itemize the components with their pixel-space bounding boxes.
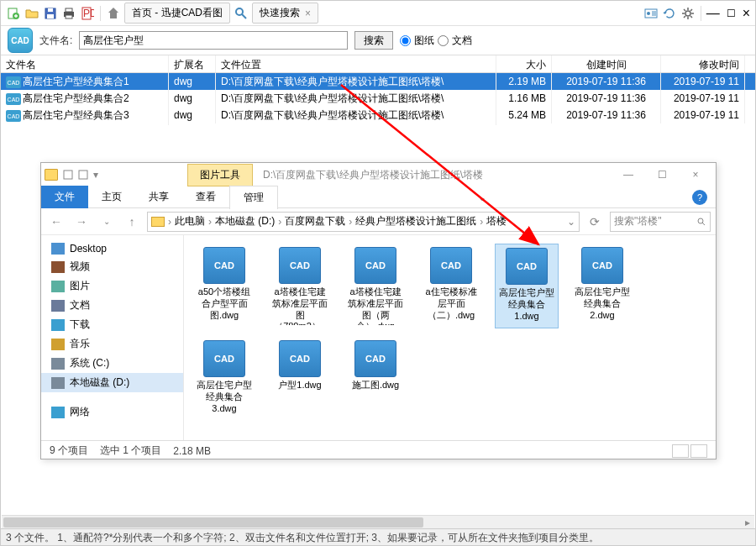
sidebar-item[interactable]: 图片 (41, 276, 183, 296)
crumb-item[interactable]: 本地磁盘 (D:) (215, 214, 275, 228)
crumb-dropdown-icon[interactable]: ⌄ (567, 216, 575, 228)
refresh-icon[interactable]: ⟳ (585, 212, 605, 232)
svg-rect-7 (66, 15, 72, 18)
open-folder-icon[interactable] (24, 6, 39, 21)
close-tab-icon[interactable]: × (305, 8, 311, 19)
sidebar-item[interactable]: 文档 (41, 296, 183, 315)
home-icon[interactable] (106, 6, 121, 21)
qat-icon[interactable] (63, 170, 73, 180)
crumb-item[interactable]: 此电脑 (175, 214, 205, 228)
filename-input[interactable] (79, 31, 348, 50)
file-item[interactable]: CADa50个塔楼组合户型平面图.dwg (192, 244, 256, 328)
sidebar-label: 音乐 (70, 337, 90, 351)
sidebar-item[interactable]: 网络 (41, 402, 183, 422)
title-path: D:\百度网盘下载\经典户型塔楼设计施工图纸\塔楼 (263, 168, 606, 182)
file-name: a50个塔楼组合户型平面图.dwg (196, 286, 253, 321)
minimize-icon[interactable]: — (706, 6, 720, 21)
help-icon[interactable]: ? (692, 190, 707, 205)
col-path[interactable]: 文件位置 (216, 55, 496, 72)
gear-icon[interactable] (680, 6, 696, 21)
sidebar-item[interactable]: 本地磁盘 (D:) (41, 373, 183, 392)
scroll-right-icon[interactable]: ▸ (741, 517, 754, 528)
cad-file-icon: CAD (279, 340, 321, 377)
ribbon-view[interactable]: 查看 (182, 186, 229, 208)
search-button[interactable]: 搜索 (354, 31, 393, 50)
crumb-item[interactable]: 百度网盘下载 (285, 214, 345, 228)
col-created[interactable]: 创建时间 (552, 55, 661, 72)
ribbon-file[interactable]: 文件 (41, 186, 88, 208)
explorer-titlebar[interactable]: ▾ 图片工具 D:\百度网盘下载\经典户型塔楼设计施工图纸\塔楼 — ☐ × (41, 163, 716, 186)
crumb-item[interactable]: 经典户型塔楼设计施工图纸 (355, 214, 476, 228)
cad-file-icon: CAD (203, 340, 245, 377)
refresh-icon[interactable] (662, 6, 677, 21)
search-tab[interactable]: 快速搜索× (252, 3, 318, 24)
qat-icon[interactable] (78, 170, 88, 180)
result-row[interactable]: CAD高层住宅户型经典集合2dwgD:\百度网盘下载\经典户型塔楼设计施工图纸\… (1, 90, 755, 107)
sidebar-icon (51, 243, 65, 255)
recent-dropdown-icon[interactable]: ⌄ (97, 212, 117, 232)
pdf-icon[interactable]: PDF (80, 6, 95, 21)
horizontal-scrollbar[interactable]: ▸ (2, 515, 754, 528)
file-item[interactable]: CAD高层住宅户型经典集合3.dwg (192, 337, 256, 417)
radio-drawing[interactable] (400, 35, 411, 46)
file-item[interactable]: CAD高层住宅户型经典集合1.dwg (495, 244, 559, 328)
file-item[interactable]: CAD户型1.dwg (268, 337, 332, 417)
sidebar-icon (51, 358, 65, 370)
sidebar-item[interactable]: Desktop (41, 240, 183, 257)
home-tab[interactable]: 首页 - 迅捷CAD看图 (124, 3, 230, 24)
maximize-icon[interactable]: ☐ (727, 8, 736, 19)
sidebar-item[interactable]: 系统 (C:) (41, 354, 183, 373)
ribbon-home[interactable]: 主页 (88, 186, 135, 208)
breadcrumb[interactable]: › 此电脑› 本地磁盘 (D:)› 百度网盘下载› 经典户型塔楼设计施工图纸› … (147, 212, 580, 232)
scrollbar-thumb[interactable] (3, 517, 423, 528)
file-item[interactable]: CAD施工图.dwg (344, 337, 407, 417)
crumb-item[interactable]: 塔楼 (486, 214, 507, 228)
ribbon-dropdown-icon[interactable]: ⌄ (478, 192, 486, 203)
view-details-icon[interactable] (672, 444, 689, 458)
sidebar-icon (51, 281, 65, 292)
cad-file-icon: CAD (354, 340, 396, 377)
col-name[interactable]: 文件名 (1, 55, 169, 72)
minimize-icon[interactable]: — (612, 165, 645, 185)
sidebar-label: 下载 (70, 318, 90, 332)
sidebar-label: 视频 (70, 260, 90, 274)
explorer-nav: ← → ⌄ ↑ › 此电脑› 本地磁盘 (D:)› 百度网盘下载› 经典户型塔楼… (41, 208, 716, 235)
sidebar-item[interactable]: 音乐 (41, 334, 183, 354)
contextual-tab[interactable]: 图片工具 (187, 164, 253, 186)
search-icon[interactable] (234, 6, 249, 21)
up-icon[interactable]: ↑ (122, 212, 142, 232)
sidebar-item[interactable]: 视频 (41, 257, 183, 276)
sidebar-item[interactable]: 下载 (41, 315, 183, 334)
view-icons-icon[interactable] (690, 444, 707, 458)
col-modified[interactable]: 修改时间 (661, 55, 745, 72)
col-ext[interactable]: 扩展名 (169, 55, 216, 72)
ribbon-share[interactable]: 共享 (135, 186, 182, 208)
explorer-search[interactable]: 搜索"塔楼" (610, 212, 711, 232)
maximize-icon[interactable]: ☐ (645, 165, 679, 185)
cad-icon: CAD (6, 76, 21, 88)
explorer-file-pane[interactable]: CADa50个塔楼组合户型平面图.dwgCADa塔楼住宅建筑标准层平面图（780… (184, 235, 716, 440)
save-icon[interactable] (43, 6, 58, 21)
cad-file-icon: CAD (203, 247, 245, 284)
forward-icon[interactable]: → (71, 212, 92, 232)
file-item[interactable]: CADa塔楼住宅建筑标准层平面图（780m2）.. (268, 244, 332, 328)
result-row[interactable]: CAD高层住宅户型经典集合3dwgD:\百度网盘下载\经典户型塔楼设计施工图纸\… (1, 107, 755, 123)
home-tab-label: 首页 - 迅捷CAD看图 (132, 6, 223, 20)
radio-doc[interactable] (438, 35, 449, 46)
cad-icon: CAD (6, 93, 21, 105)
file-item[interactable]: CADa塔楼住宅建筑标准层平面图（两个）.dwg (344, 244, 407, 328)
new-file-icon[interactable] (6, 6, 21, 21)
back-icon[interactable]: ← (46, 212, 66, 232)
ribbon-manage[interactable]: 管理 (229, 186, 278, 209)
close-icon[interactable]: × (679, 165, 712, 185)
sidebar-icon (51, 407, 65, 418)
file-item[interactable]: CADa住宅楼标准层平面（二）.dwg (419, 244, 483, 328)
print-icon[interactable] (61, 6, 76, 21)
col-size[interactable]: 大小 (496, 55, 552, 72)
file-item[interactable]: CAD高层住宅户型经典集合2.dwg (570, 244, 634, 328)
result-row[interactable]: CAD高层住宅户型经典集合1dwgD:\百度网盘下载\经典户型塔楼设计施工图纸\… (1, 73, 755, 90)
id-icon[interactable] (643, 6, 659, 21)
qat-dropdown-icon[interactable]: ▾ (93, 169, 98, 181)
file-name: a住宅楼标准层平面（二）.dwg (423, 286, 480, 321)
close-icon[interactable]: × (743, 6, 750, 21)
